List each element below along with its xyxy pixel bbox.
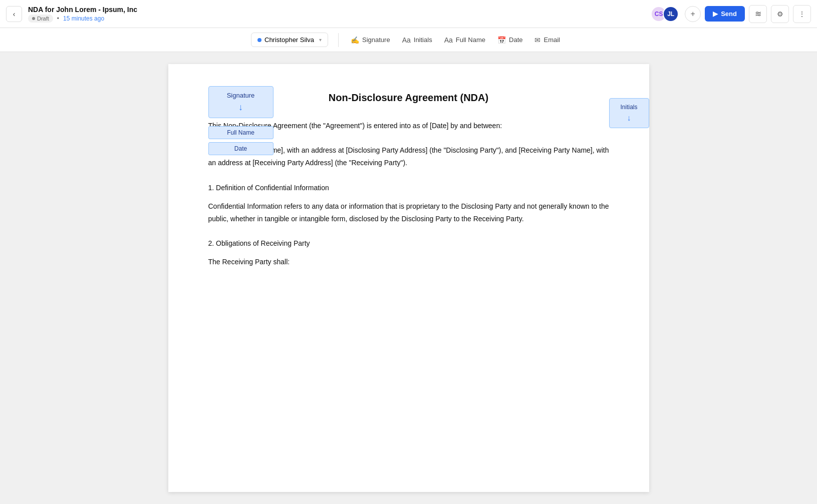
add-signer-button[interactable]: +	[685, 6, 701, 22]
fullname-icon: Aa	[444, 36, 453, 44]
signer-name: Christopher Silva	[264, 36, 314, 44]
document-area: Signature ↓ Full Name Date Initials ↓ No…	[0, 52, 817, 504]
topbar-right: CS JL + ▶ Send ≋ ⚙ ⋮	[651, 5, 811, 23]
doc-section-2-heading: 2. Obligations of Receiving Party	[208, 237, 609, 250]
avatar-group: CS JL	[651, 6, 679, 22]
calendar-icon: 📅	[497, 36, 506, 44]
add-icon: +	[691, 10, 695, 19]
date-tool[interactable]: 📅 Date	[491, 33, 528, 47]
fullname-field[interactable]: Full Name	[208, 126, 274, 139]
initials-field-label: Initials	[614, 104, 645, 111]
toolbar-divider	[338, 33, 339, 47]
draft-badge: Draft	[28, 15, 53, 23]
more-icon: ⋮	[798, 10, 805, 18]
signature-field[interactable]: Signature ↓	[208, 86, 274, 118]
email-label: Email	[543, 36, 560, 44]
signer-selector[interactable]: Christopher Silva ▾	[251, 33, 328, 47]
field-toolbar: Christopher Silva ▾ ✍ Signature Aa Initi…	[0, 28, 817, 52]
settings-button[interactable]: ⚙	[771, 5, 789, 23]
send-icon: ▶	[713, 10, 718, 18]
signer-dot	[257, 38, 261, 42]
fullname-field-label: Full Name	[227, 129, 254, 136]
signature-label: Signature	[362, 36, 390, 44]
chevron-down-icon: ▾	[319, 37, 322, 43]
topbar-left: ‹ NDA for John Lorem - Ipsum, Inc Draft …	[6, 6, 137, 23]
initials-field[interactable]: Initials ↓	[609, 98, 649, 128]
waveform-button[interactable]: ≋	[749, 5, 767, 23]
document-body: Non-Disclosure Agreement (NDA) This Non-…	[208, 92, 609, 269]
date-label: Date	[509, 36, 522, 44]
date-field-label: Date	[234, 145, 247, 152]
topbar: ‹ NDA for John Lorem - Ipsum, Inc Draft …	[0, 0, 817, 28]
doc-paragraph-4: The Receiving Party shall:	[208, 256, 609, 268]
waveform-icon: ≋	[755, 9, 761, 19]
document-page: Signature ↓ Full Name Date Initials ↓ No…	[168, 64, 649, 492]
doc-section-1-heading: 1. Definition of Confidential Informatio…	[208, 182, 609, 194]
download-arrow-icon: ↓	[215, 102, 267, 113]
send-label: Send	[721, 10, 737, 18]
back-button[interactable]: ‹	[6, 6, 22, 22]
fullname-tool[interactable]: Aa Full Name	[438, 33, 491, 47]
more-button[interactable]: ⋮	[793, 5, 811, 23]
signature-tool[interactable]: ✍ Signature	[345, 33, 396, 47]
draft-label: Draft	[37, 16, 49, 22]
doc-meta: Draft • 15 minutes ago	[28, 15, 137, 23]
initials-tool[interactable]: Aa Initials	[396, 33, 438, 47]
initials-label: Initials	[414, 36, 432, 44]
draft-dot	[32, 17, 35, 20]
gear-icon: ⚙	[777, 10, 783, 18]
date-field[interactable]: Date	[208, 142, 274, 155]
avatar-jl[interactable]: JL	[663, 6, 679, 22]
initials-icon: Aa	[402, 36, 411, 44]
time-ago: 15 minutes ago	[63, 15, 104, 22]
fullname-label: Full Name	[456, 36, 485, 44]
doc-title: NDA for John Lorem - Ipsum, Inc	[28, 6, 137, 14]
back-icon: ‹	[13, 10, 16, 18]
initials-download-icon: ↓	[614, 114, 645, 123]
email-tool[interactable]: ✉ Email	[528, 33, 566, 47]
send-button[interactable]: ▶ Send	[705, 6, 745, 22]
doc-info: NDA for John Lorem - Ipsum, Inc Draft • …	[28, 6, 137, 23]
doc-paragraph-3: Confidential Information refers to any d…	[208, 200, 609, 225]
email-icon: ✉	[534, 36, 540, 44]
signature-icon: ✍	[351, 36, 359, 44]
signature-field-label: Signature	[215, 92, 267, 99]
